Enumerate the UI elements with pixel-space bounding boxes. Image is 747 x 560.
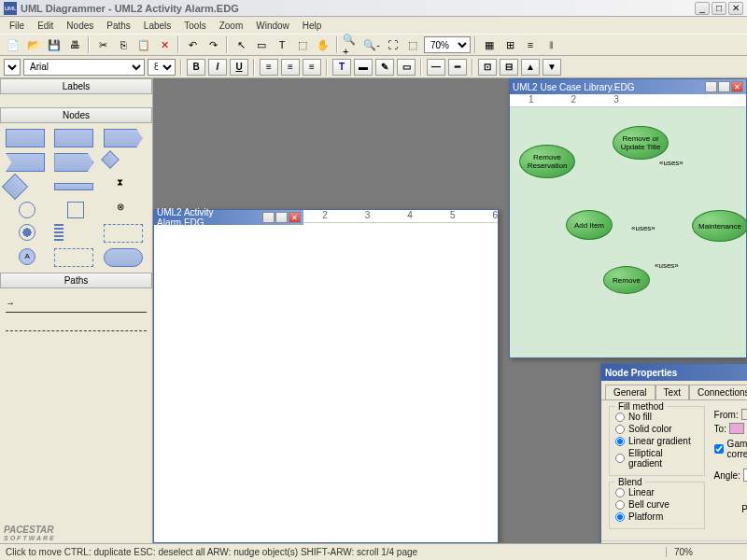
- act-close-button[interactable]: ✕: [289, 212, 301, 223]
- undo-icon[interactable]: ↶: [183, 35, 202, 54]
- nodes-panel-header[interactable]: Nodes: [0, 107, 152, 123]
- align-center-button[interactable]: ≡: [281, 59, 300, 76]
- menu-tools[interactable]: Tools: [178, 19, 211, 33]
- shape-circle[interactable]: [19, 202, 35, 218]
- pointer-icon[interactable]: ↖: [232, 35, 250, 54]
- uc-close-button[interactable]: ✕: [731, 81, 743, 92]
- open-icon[interactable]: 📂: [24, 35, 43, 54]
- uc-maintenance[interactable]: Maintenance: [692, 210, 746, 242]
- shape-dashrect2[interactable]: [54, 248, 93, 267]
- radio-solid[interactable]: Solid color: [615, 423, 698, 435]
- zoomfit-icon[interactable]: ⛶: [383, 35, 402, 54]
- align-right-button[interactable]: ≡: [303, 59, 321, 76]
- back-button[interactable]: ▼: [543, 59, 561, 76]
- gamma-checkbox[interactable]: Gamma correction: [714, 438, 747, 460]
- style-select[interactable]: [4, 59, 21, 76]
- zoomout-icon[interactable]: 🔍-: [362, 35, 381, 54]
- snap-icon[interactable]: ⊞: [500, 35, 519, 54]
- group-button[interactable]: ⊡: [478, 59, 497, 76]
- shape-rect2[interactable]: [54, 129, 93, 147]
- radio-linear[interactable]: Linear gradient: [615, 435, 698, 447]
- labels-panel-header[interactable]: Labels: [0, 78, 152, 94]
- radio-blend-platform[interactable]: Platform: [615, 511, 698, 523]
- text-color-button[interactable]: T: [332, 59, 351, 76]
- radio-blend-bell[interactable]: Bell curve: [615, 498, 698, 511]
- act-min-button[interactable]: _: [262, 212, 275, 223]
- bg-color-button[interactable]: ▭: [397, 59, 416, 76]
- uc-remove-reservation[interactable]: Remove Reservation: [519, 145, 575, 178]
- linestyle-button[interactable]: —: [427, 59, 445, 76]
- align-left-button[interactable]: ≡: [260, 59, 278, 76]
- tab-general[interactable]: General: [605, 385, 655, 399]
- radio-nofill[interactable]: No fill: [615, 411, 698, 423]
- uc-remove-update[interactable]: Remove or Update Title: [613, 126, 669, 160]
- zoom-select[interactable]: 70%: [424, 36, 471, 53]
- shape-send[interactable]: [54, 153, 93, 172]
- zoomin-icon[interactable]: 🔍+: [342, 35, 360, 54]
- radio-elliptical[interactable]: Elliptical gradient: [615, 447, 698, 469]
- shape-bars[interactable]: [54, 224, 63, 241]
- menu-file[interactable]: File: [4, 19, 30, 33]
- shape-node-a[interactable]: A: [19, 248, 35, 265]
- new-icon[interactable]: 📄: [4, 35, 22, 54]
- menu-paths[interactable]: Paths: [101, 19, 136, 33]
- cut-icon[interactable]: ✂: [93, 35, 112, 54]
- zoomarea-icon[interactable]: ⬚: [403, 35, 422, 54]
- label-icon[interactable]: ⬚: [293, 35, 312, 54]
- distribute-icon[interactable]: ⫴: [542, 35, 560, 54]
- line-color-button[interactable]: ✎: [375, 59, 394, 76]
- delete-icon[interactable]: ✕: [155, 35, 174, 54]
- minimize-button[interactable]: _: [695, 2, 710, 15]
- shape-receive[interactable]: [6, 153, 45, 172]
- menu-help[interactable]: Help: [297, 19, 328, 33]
- font-select[interactable]: Arial: [23, 59, 145, 76]
- bold-button[interactable]: B: [187, 59, 205, 76]
- menu-nodes[interactable]: Nodes: [61, 19, 99, 33]
- save-icon[interactable]: 💾: [45, 35, 63, 54]
- menu-zoom[interactable]: Zoom: [214, 19, 249, 33]
- fill-color-button[interactable]: ▬: [354, 59, 373, 76]
- path-dashed[interactable]: [6, 316, 147, 331]
- shape-round[interactable]: [104, 248, 143, 267]
- paste-icon[interactable]: 📋: [134, 35, 153, 54]
- shape-bar[interactable]: [54, 183, 93, 190]
- select-icon[interactable]: ▭: [252, 35, 271, 54]
- path-solid[interactable]: →: [6, 298, 147, 313]
- lineweight-button[interactable]: ━: [448, 59, 467, 76]
- node-properties-dialog[interactable]: Node Properties ? ✕ General Text Connect…: [600, 363, 747, 560]
- shape-signal[interactable]: [104, 129, 143, 147]
- menu-window[interactable]: Window: [250, 19, 295, 33]
- uc-min-button[interactable]: _: [705, 81, 717, 92]
- shape-x[interactable]: ⊗: [117, 202, 134, 218]
- ungroup-button[interactable]: ⊟: [500, 59, 518, 76]
- shape-target[interactable]: [19, 224, 35, 241]
- pan-icon[interactable]: ✋: [314, 35, 332, 54]
- italic-button[interactable]: I: [208, 59, 227, 76]
- print-icon[interactable]: 🖶: [65, 35, 84, 54]
- copy-icon[interactable]: ⎘: [114, 35, 133, 54]
- menu-labels[interactable]: Labels: [138, 19, 176, 33]
- uc-max-button[interactable]: □: [718, 81, 730, 92]
- angle-input[interactable]: [743, 469, 747, 482]
- redo-icon[interactable]: ↷: [204, 35, 222, 54]
- uc-remove[interactable]: Remove: [603, 266, 650, 294]
- shape-hourglass[interactable]: ⧗: [117, 177, 134, 194]
- menu-edit[interactable]: Edit: [32, 19, 59, 33]
- usecase-window[interactable]: UML2 Use Case Library.EDG _□✕ 123 Remove…: [509, 78, 747, 358]
- underline-button[interactable]: U: [230, 59, 248, 76]
- uc-add-item[interactable]: Add Item: [566, 210, 613, 240]
- shape-diamond[interactable]: [2, 174, 28, 200]
- act-max-button[interactable]: □: [275, 212, 288, 223]
- grid-icon[interactable]: ▦: [480, 35, 499, 54]
- from-color-swatch[interactable]: [741, 409, 747, 420]
- close-button[interactable]: ✕: [728, 2, 743, 15]
- tab-connections[interactable]: Connections: [689, 385, 747, 399]
- front-button[interactable]: ▲: [521, 59, 540, 76]
- radio-blend-linear[interactable]: Linear: [615, 486, 698, 498]
- shape-square[interactable]: [67, 202, 84, 218]
- activity-window[interactable]: UML2 Activity Alarm.EDG _□✕ 23456 Alarm …: [153, 209, 499, 543]
- to-color-swatch[interactable]: [729, 423, 744, 434]
- shape-rect[interactable]: [6, 129, 45, 147]
- fontsize-select[interactable]: 8: [148, 59, 176, 76]
- text-icon[interactable]: T: [273, 35, 291, 54]
